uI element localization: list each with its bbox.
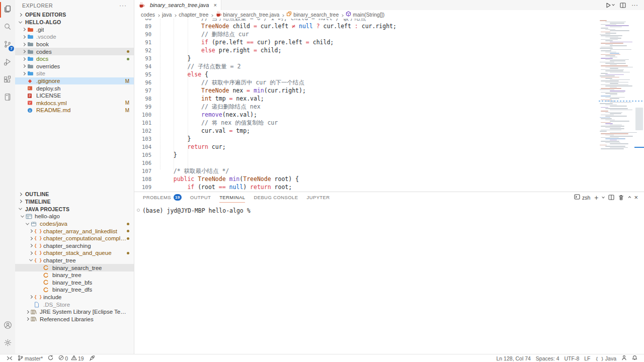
breadcrumb-item-mainString[interactable]: main(String[]) bbox=[346, 11, 384, 18]
tree-item-.vscode[interactable]: .vscode bbox=[15, 33, 134, 41]
panel-tab-jupyter[interactable]: JUPYTER bbox=[306, 192, 330, 203]
tree-item-JRESystemLibraryEclipseTemurin1717...[interactable]: JRE System Library [Eclipse Temurin 17 [… bbox=[15, 308, 134, 316]
tree-item-chapter_computational_complexity[interactable]: { }chapter_computational_complexity bbox=[15, 235, 134, 242]
symbol-method-icon bbox=[346, 11, 351, 18]
tree-item-codes[interactable]: codes bbox=[15, 48, 134, 55]
views-more-actions-icon[interactable]: ··· bbox=[119, 2, 127, 9]
status-problems[interactable]: 019 bbox=[56, 354, 87, 362]
status-encoding[interactable]: UTF-8 bbox=[562, 354, 582, 362]
tree-item-book[interactable]: book bbox=[15, 41, 134, 48]
notebook-icon bbox=[4, 93, 12, 103]
panel-tab-terminal[interactable]: TERMINAL bbox=[219, 192, 245, 203]
maximize-panel-icon[interactable] bbox=[628, 197, 630, 199]
java-file-icon bbox=[215, 11, 221, 18]
code-editor[interactable]: 88 // 当子结点数量 = 0 / 1 时, child = null / 该… bbox=[134, 19, 644, 192]
line-number: 92 bbox=[134, 46, 151, 54]
tree-item-mkdocs.yml[interactable]: mkdocs.ymlM bbox=[15, 100, 134, 107]
tab-close-icon[interactable]: × bbox=[213, 2, 216, 8]
status-notifications[interactable] bbox=[629, 354, 640, 362]
activity-bar-item-search[interactable] bbox=[0, 19, 15, 36]
panel-tab-output[interactable]: OUTPUT bbox=[190, 192, 211, 203]
tree-item-deploy.sh[interactable]: deploy.sh bbox=[15, 84, 134, 92]
tree-item-codesjava[interactable]: codes/java bbox=[15, 220, 134, 228]
section-header-outline[interactable]: OUTLINE bbox=[15, 191, 134, 198]
breadcrumb-item-binary_search_tree[interactable]: binary_search_tree bbox=[286, 11, 339, 18]
status-remote[interactable] bbox=[4, 354, 15, 362]
tree-item-.DS_Store[interactable]: .DS_Store bbox=[15, 301, 134, 308]
activity-bar-item-settings[interactable] bbox=[0, 334, 15, 352]
kill-terminal-button[interactable] bbox=[618, 195, 624, 201]
line-number: 95 bbox=[134, 70, 151, 78]
status-cursor-position[interactable]: Ln 128, Col 74 bbox=[494, 354, 533, 362]
status-git-branch[interactable]: master* bbox=[15, 354, 45, 362]
tree-item-README.md[interactable]: README.mdM bbox=[15, 107, 134, 114]
breadcrumb-item-binary_search_tree.java[interactable]: binary_search_tree.java bbox=[215, 11, 279, 18]
tree-item-LICENSE[interactable]: LICENSE bbox=[15, 92, 134, 100]
license-file-icon bbox=[27, 93, 34, 99]
tree-item-.git[interactable]: .git bbox=[15, 26, 134, 34]
section-header-open-editors[interactable]: OPEN EDITORS bbox=[15, 11, 134, 19]
tree-item-overrides[interactable]: overrides bbox=[15, 63, 134, 70]
run-button[interactable] bbox=[605, 2, 614, 9]
tree-item-chapter_searching[interactable]: { }chapter_searching bbox=[15, 242, 134, 249]
git-modified-badge: M bbox=[125, 108, 129, 113]
shell-selector[interactable]: zsh bbox=[574, 194, 590, 201]
activity-bar-item-account[interactable] bbox=[0, 317, 15, 334]
braces-icon: { } bbox=[34, 258, 41, 263]
tree-item-docs[interactable]: docs bbox=[15, 55, 134, 63]
package-icon bbox=[31, 221, 38, 227]
section-header-hello-algo[interactable]: HELLO-ALGO bbox=[15, 19, 134, 26]
tree-item-chapter_stack_and_queue[interactable]: { }chapter_stack_and_queue bbox=[15, 249, 134, 257]
tree-item-hello-algo[interactable]: hello-algo bbox=[15, 213, 134, 220]
close-panel-icon[interactable]: × bbox=[634, 195, 638, 200]
braces-icon: { } bbox=[596, 355, 604, 361]
scrollbar-slider[interactable] bbox=[635, 108, 643, 130]
section-header-timeline[interactable]: TIMELINE bbox=[15, 198, 134, 206]
git-status-dot bbox=[127, 237, 129, 240]
activity-bar-item-notebook[interactable] bbox=[0, 89, 15, 107]
line-number: 102 bbox=[134, 127, 151, 135]
status-java-server-status[interactable] bbox=[87, 354, 98, 362]
activity-bar-item-run-debug[interactable] bbox=[0, 54, 15, 71]
tree-item-ReferencedLibraries[interactable]: Referenced Libraries bbox=[15, 315, 134, 323]
more-actions-button[interactable]: ··· bbox=[631, 3, 638, 8]
split-editor-button[interactable] bbox=[620, 3, 626, 8]
tree-item-chapter_array_and_linkedlist[interactable]: { }chapter_array_and_linkedlist bbox=[15, 227, 134, 235]
status-indentation[interactable]: Spaces: 4 bbox=[533, 354, 562, 362]
minimap[interactable] bbox=[599, 19, 644, 192]
split-terminal-button[interactable] bbox=[608, 195, 614, 200]
panel-tab-problems[interactable]: PROBLEMS19 bbox=[143, 192, 182, 203]
tree-item-chapter_tree[interactable]: { }chapter_tree bbox=[15, 257, 134, 264]
status-sync[interactable] bbox=[45, 354, 56, 362]
terminal-dropdown-icon[interactable] bbox=[602, 197, 604, 199]
minimap-selection-marks bbox=[599, 101, 644, 102]
breadcrumb-item-java[interactable]: java bbox=[162, 12, 172, 18]
tree-item-site[interactable]: site bbox=[15, 70, 134, 77]
panel-tab-debug-console[interactable]: DEBUG CONSOLE bbox=[254, 192, 298, 203]
activity-bar-item-explorer[interactable] bbox=[0, 1, 15, 19]
line-number: 93 bbox=[134, 54, 151, 62]
tree-item-binary_search_tree[interactable]: binary_search_tree bbox=[15, 264, 134, 272]
activity-bar-item-extensions[interactable] bbox=[0, 71, 15, 89]
terminal[interactable]: (base) jyd@JYD-MBP hello-algo % bbox=[134, 203, 644, 354]
status-language-mode[interactable]: { }Java bbox=[593, 354, 619, 362]
code-line-100: 100 remove(nex.val); bbox=[134, 111, 598, 119]
tab-binary-search-tree-java[interactable]: binary_search_tree.java × bbox=[134, 0, 221, 10]
code-line-96: 96 // 获取中序遍历中 cur 的下一个结点 bbox=[134, 78, 598, 86]
status-eol[interactable]: LF bbox=[582, 354, 593, 362]
breadcrumb-item-codes[interactable]: codes bbox=[141, 12, 155, 18]
tree-item-.gitignore[interactable]: .gitignoreM bbox=[15, 77, 134, 85]
new-terminal-button[interactable]: + bbox=[594, 195, 598, 200]
activity-bar-item-source-control[interactable]: 7 bbox=[0, 36, 15, 54]
tree-item-binary_tree[interactable]: binary_tree bbox=[15, 272, 134, 279]
tree-item-binary_tree_bfs[interactable]: binary_tree_bfs bbox=[15, 279, 134, 286]
breadcrumb-item-chapter_tree[interactable]: chapter_tree bbox=[179, 12, 208, 18]
search-icon bbox=[4, 23, 12, 32]
line-number: 103 bbox=[134, 135, 151, 143]
tree-item-include[interactable]: { }include bbox=[15, 294, 134, 301]
status-feedback[interactable] bbox=[619, 354, 629, 362]
code-line-103: 103 } bbox=[134, 135, 598, 143]
section-header-java-projects[interactable]: JAVA PROJECTS bbox=[15, 205, 134, 213]
tree-item-binary_tree_dfs[interactable]: binary_tree_dfs bbox=[15, 286, 134, 294]
gear-icon bbox=[4, 338, 12, 348]
